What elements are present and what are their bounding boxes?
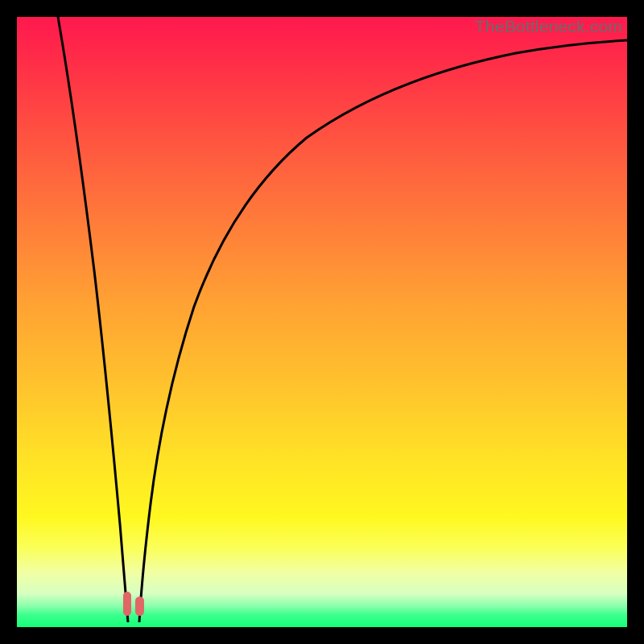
curve-right-branch [139,40,627,622]
curve-left-branch [58,17,128,622]
bottleneck-curve [17,17,627,627]
minimum-marker-left [123,592,131,616]
minimum-marker-right [135,597,144,616]
plot-area: TheBottleneck.com [17,17,627,627]
chart-frame: TheBottleneck.com [0,0,644,644]
